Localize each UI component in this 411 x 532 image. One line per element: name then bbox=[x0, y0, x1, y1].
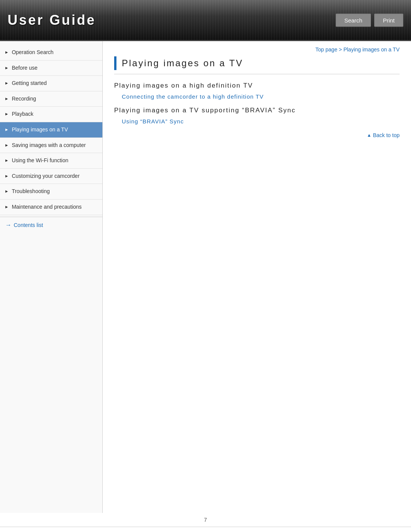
chevron-right-icon: ► bbox=[5, 50, 9, 55]
sidebar-item-recording[interactable]: ►Recording bbox=[0, 91, 102, 107]
contents-list-link[interactable]: → Contents list bbox=[0, 217, 102, 233]
chevron-right-icon: ► bbox=[5, 158, 9, 163]
section-heading-0: Playing images on a high definition TV bbox=[114, 82, 400, 89]
sidebar-item-label: Getting started bbox=[12, 80, 47, 87]
page-number: 7 bbox=[0, 513, 411, 527]
sidebar-item-label: Playback bbox=[12, 110, 33, 118]
sidebar-item-playing-images-tv[interactable]: ►Playing images on a TV bbox=[0, 122, 102, 138]
arrow-forward-icon: → bbox=[5, 222, 11, 228]
chevron-right-icon: ► bbox=[5, 127, 9, 133]
breadcrumb-separator: > bbox=[337, 46, 343, 53]
breadcrumb-current: Playing images on a TV bbox=[343, 46, 400, 53]
chevron-right-icon: ► bbox=[5, 142, 9, 148]
header-buttons: Search Print bbox=[336, 13, 403, 27]
header: User Guide Search Print bbox=[0, 0, 411, 41]
copyright: Copyright 2013 Sony Corporation bbox=[0, 527, 411, 532]
sidebar-item-label: Using the Wi-Fi function bbox=[12, 157, 68, 165]
sidebar-item-maintenance[interactable]: ►Maintenance and precautions bbox=[0, 200, 102, 215]
sidebar-item-before-use[interactable]: ►Before use bbox=[0, 61, 102, 76]
sidebar: ►Operation Search►Before use►Getting sta… bbox=[0, 41, 103, 513]
sidebar-item-label: Saving images with a computer bbox=[12, 142, 86, 149]
back-to-top-label: Back to top bbox=[373, 132, 400, 138]
contents-list-label: Contents list bbox=[14, 222, 43, 228]
page-title-bar bbox=[114, 56, 116, 70]
section-link-0[interactable]: Connecting the camcorder to a high defin… bbox=[122, 93, 400, 100]
chevron-right-icon: ► bbox=[5, 96, 9, 102]
chevron-right-icon: ► bbox=[5, 111, 9, 117]
footer: 7 Copyright 2013 Sony Corporation bbox=[0, 513, 411, 532]
sidebar-item-playback[interactable]: ►Playback bbox=[0, 107, 102, 122]
sidebar-item-label: Playing images on a TV bbox=[12, 126, 68, 134]
page-title: Playing images on a TV bbox=[122, 56, 243, 70]
sidebar-item-label: Operation Search bbox=[12, 49, 54, 56]
sidebar-item-label: Maintenance and precautions bbox=[12, 203, 82, 211]
sidebar-item-wifi-function[interactable]: ►Using the Wi-Fi function bbox=[0, 153, 102, 169]
breadcrumb: Top page > Playing images on a TV bbox=[114, 41, 400, 56]
chevron-right-icon: ► bbox=[5, 80, 9, 86]
app-title: User Guide bbox=[8, 12, 96, 28]
breadcrumb-top-page[interactable]: Top page bbox=[315, 46, 338, 53]
chevron-right-icon: ► bbox=[5, 189, 9, 194]
arrow-up-icon: ▲ bbox=[367, 133, 371, 138]
main-container: ►Operation Search►Before use►Getting sta… bbox=[0, 41, 411, 513]
page-title-section: Playing images on a TV bbox=[114, 56, 400, 74]
sidebar-item-label: Customizing your camcorder bbox=[12, 173, 80, 180]
chevron-right-icon: ► bbox=[5, 65, 9, 71]
sidebar-item-label: Before use bbox=[12, 64, 38, 72]
sidebar-item-saving-images[interactable]: ►Saving images with a computer bbox=[0, 138, 102, 153]
sidebar-item-label: Recording bbox=[12, 95, 36, 103]
sidebar-item-troubleshooting[interactable]: ►Troubleshooting bbox=[0, 184, 102, 200]
search-button[interactable]: Search bbox=[336, 13, 371, 27]
sidebar-item-customizing[interactable]: ►Customizing your camcorder bbox=[0, 169, 102, 184]
chevron-right-icon: ► bbox=[5, 173, 9, 179]
sidebar-item-getting-started[interactable]: ►Getting started bbox=[0, 76, 102, 91]
section-heading-1: Playing images on a TV supporting “BRAVI… bbox=[114, 107, 400, 114]
sidebar-item-label: Troubleshooting bbox=[12, 188, 50, 195]
section-link-1[interactable]: Using “BRAVIA” Sync bbox=[122, 118, 400, 125]
chevron-right-icon: ► bbox=[5, 204, 9, 210]
sidebar-item-operation-search[interactable]: ►Operation Search bbox=[0, 45, 102, 61]
content-area: Top page > Playing images on a TV Playin… bbox=[103, 41, 411, 513]
back-to-top[interactable]: ▲ Back to top bbox=[114, 132, 400, 138]
print-button[interactable]: Print bbox=[374, 13, 403, 27]
